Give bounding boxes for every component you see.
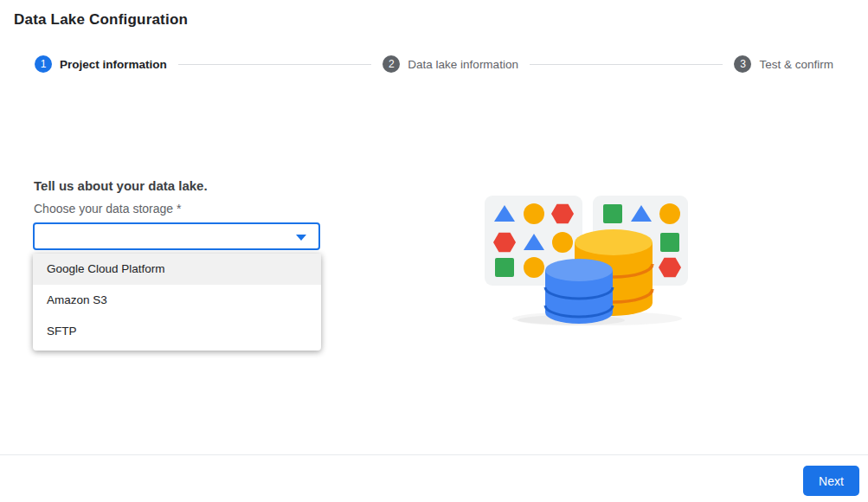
page-title: Data Lake Configuration [14,11,188,29]
orange-circle-icon [659,203,680,224]
step-1-label: Project information [60,58,167,71]
blue-database-cylinder [545,259,613,324]
green-square-icon [603,204,622,223]
option-sftp[interactable]: SFTP [33,316,321,347]
step-connector-line [530,64,723,65]
step-data-lake-information[interactable]: 2 Data lake information [383,55,518,73]
option-amazon-s3[interactable]: Amazon S3 [33,285,321,316]
form-heading: Tell us about your data lake. [34,178,208,193]
storage-select-label: Choose your data storage * [34,202,181,216]
step-2-label: Data lake information [408,58,518,71]
data-lake-configuration-page: Data Lake Configuration 1 Project inform… [0,0,868,502]
footer-bar: Next [0,454,868,502]
option-google-cloud-platform[interactable]: Google Cloud Platform [33,254,321,285]
step-1-number-badge: 1 [35,55,52,73]
step-test-confirm[interactable]: 3 Test & confirm [734,55,833,73]
green-square-icon [660,233,679,252]
step-3-label: Test & confirm [759,58,833,71]
green-square-icon [495,258,514,277]
next-button[interactable]: Next [803,466,859,496]
step-project-information[interactable]: 1 Project information [35,55,167,73]
storage-select[interactable] [33,222,320,250]
dropdown-caret-icon [296,235,306,241]
orange-circle-icon [524,257,544,278]
orange-circle-icon [524,203,544,224]
data-storage-illustration [476,186,701,333]
step-2-number-badge: 2 [383,55,400,73]
step-connector-line [178,64,372,65]
storage-options-menu: Google Cloud Platform Amazon S3 SFTP [33,254,321,351]
orange-circle-icon [552,232,573,253]
stepper: 1 Project information 2 Data lake inform… [35,55,833,73]
step-3-number-badge: 3 [734,55,751,73]
